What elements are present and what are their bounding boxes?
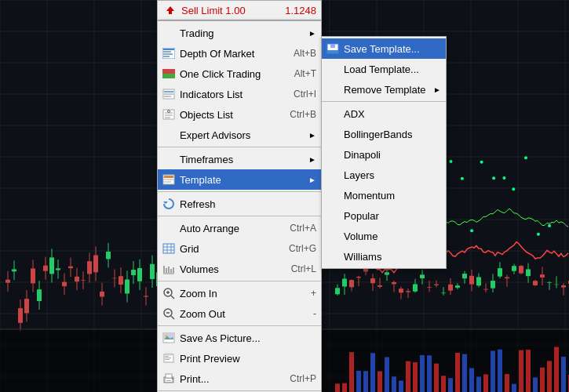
- menu-item-volume[interactable]: Volume: [322, 226, 446, 246]
- indicators-icon: [161, 86, 177, 102]
- ea-icon: [161, 127, 177, 143]
- objects-icon: [161, 107, 177, 122]
- svg-rect-23: [327, 50, 338, 53]
- menu-item-timeframes[interactable]: Timeframes ►: [158, 149, 321, 169]
- svg-rect-56: [166, 380, 171, 381]
- volumes-icon: [161, 261, 177, 277]
- svg-rect-26: [163, 244, 174, 253]
- svg-rect-3: [163, 49, 174, 50]
- menu-item-expert-advisors[interactable]: Expert Advisors ►: [158, 125, 321, 145]
- menu-item-williams[interactable]: Williams: [322, 246, 446, 267]
- svg-rect-4: [163, 51, 171, 53]
- sell-limit-bar[interactable]: Sell Limit 1.00 1.1248: [157, 0, 322, 20]
- menu-item-trading[interactable]: Trading ►: [158, 23, 321, 43]
- zoom-in-icon: [161, 285, 177, 301]
- save-as-picture-icon: [161, 330, 177, 346]
- menu-item-refresh[interactable]: Refresh: [158, 194, 321, 214]
- context-menu-container: Sell Limit 1.00 1.1248 Trading ► Depth O…: [157, 0, 322, 392]
- menu-item-momentum[interactable]: Momentum: [322, 185, 446, 205]
- template-icon: [161, 172, 177, 187]
- svg-rect-1: [169, 11, 172, 14]
- menu-item-save-template[interactable]: Save Template...: [322, 38, 446, 59]
- load-template-icon: [325, 61, 341, 77]
- svg-rect-50: [165, 358, 171, 358]
- menu-item-print-preview[interactable]: Print Preview: [158, 348, 321, 368]
- ea-arrow: ►: [308, 131, 316, 140]
- refresh-icon: [161, 196, 177, 212]
- svg-line-38: [171, 296, 174, 299]
- divider-1: [158, 147, 321, 147]
- remove-template-icon: [325, 82, 341, 97]
- save-template-icon: [325, 41, 341, 56]
- menu-item-print[interactable]: Print... Ctrl+P: [158, 368, 321, 389]
- divider-5: [158, 325, 321, 326]
- menu-item-bollinger[interactable]: BollingerBands: [322, 124, 446, 144]
- divider-6: [158, 390, 321, 391]
- menu-item-dinapoli[interactable]: Dinapoli: [322, 144, 446, 165]
- svg-line-42: [171, 316, 174, 319]
- timeframes-arrow: ►: [308, 155, 316, 164]
- remove-template-arrow: ►: [433, 85, 441, 94]
- menu-item-adx[interactable]: ADX: [322, 103, 446, 124]
- grid-icon: [161, 241, 177, 256]
- menu-item-auto-arrange[interactable]: Auto Arrange Ctrl+A: [158, 218, 321, 238]
- zoom-out-icon: [161, 306, 177, 321]
- trading-icon: [161, 25, 177, 41]
- one-click-icon: [161, 66, 177, 82]
- menu-item-indicators-list[interactable]: Indicators List Ctrl+I: [158, 84, 321, 104]
- divider-2: [158, 191, 321, 192]
- sell-limit-label: Sell Limit 1.00: [181, 5, 285, 16]
- menu-item-zoom-out[interactable]: Zoom Out -: [158, 303, 321, 324]
- template-arrow: ►: [308, 176, 316, 184]
- trading-arrow: ►: [308, 29, 316, 38]
- print-icon: [161, 371, 177, 387]
- svg-marker-25: [163, 201, 168, 204]
- svg-rect-6: [163, 56, 170, 57]
- svg-rect-51: [165, 359, 170, 360]
- menu-item-popular[interactable]: Popular: [322, 205, 446, 226]
- template-submenu: Save Template... Load Template... Remove…: [321, 36, 447, 269]
- menu-item-zoom-in[interactable]: Zoom In +: [158, 283, 321, 303]
- timeframes-icon: [161, 151, 177, 167]
- menu-item-load-template[interactable]: Load Template...: [322, 59, 446, 79]
- svg-rect-7: [162, 69, 175, 74]
- menu-item-template[interactable]: Template ► Save Template...: [158, 169, 321, 190]
- sell-limit-price: 1.1248: [285, 5, 316, 16]
- menu-item-save-as-picture[interactable]: Save As Picture...: [158, 328, 321, 348]
- svg-rect-8: [162, 74, 175, 78]
- svg-rect-49: [165, 356, 169, 357]
- template-divider: [322, 101, 446, 102]
- svg-marker-0: [166, 6, 174, 11]
- menu-item-objects-list[interactable]: Objects List Ctrl+B: [158, 104, 321, 125]
- main-context-menu: Trading ► Depth Of Market Alt+B: [157, 20, 322, 392]
- print-preview-icon: [161, 350, 177, 366]
- sell-limit-icon: [162, 2, 178, 18]
- svg-rect-52: [166, 354, 172, 355]
- svg-rect-19: [164, 176, 173, 178]
- svg-rect-5: [163, 53, 173, 55]
- menu-item-one-click-trading[interactable]: One Click Trading Alt+T: [158, 64, 321, 84]
- menu-item-layers[interactable]: Layers: [322, 165, 446, 185]
- svg-rect-54: [166, 374, 172, 378]
- menu-item-depth-of-market[interactable]: Depth Of Market Alt+B: [158, 43, 321, 64]
- menu-item-grid[interactable]: Grid Ctrl+G: [158, 238, 321, 259]
- divider-4: [158, 281, 321, 281]
- auto-arrange-icon: [161, 220, 177, 236]
- divider-3: [158, 216, 321, 216]
- svg-rect-24: [330, 44, 335, 48]
- svg-point-57: [172, 378, 173, 379]
- dom-icon: [161, 45, 177, 61]
- menu-item-remove-template[interactable]: Remove Template ►: [322, 79, 446, 100]
- menu-item-volumes[interactable]: Volumes Ctrl+L: [158, 259, 321, 279]
